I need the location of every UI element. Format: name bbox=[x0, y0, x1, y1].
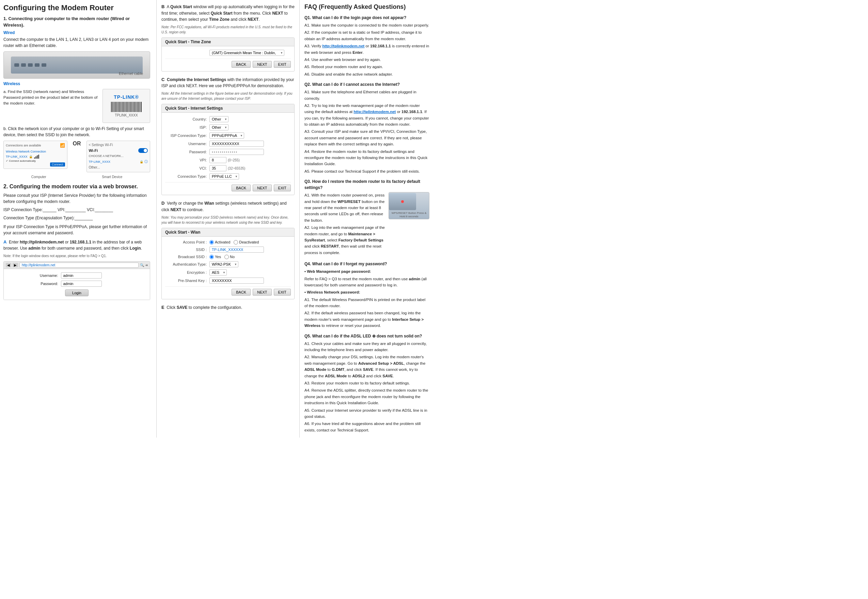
back-btn-b[interactable]: BACK bbox=[232, 61, 251, 68]
lock-icon: 🔒 bbox=[29, 155, 33, 158]
encryption-label: Encryption : bbox=[165, 270, 209, 274]
vpi-input[interactable] bbox=[209, 157, 226, 163]
connect-button[interactable]: Connect bbox=[50, 163, 65, 167]
tp-link-xxxx-smart: TP-LINK_XXXX bbox=[89, 160, 111, 164]
step1-heading: 1. Connecting your computer to the modem… bbox=[3, 16, 150, 28]
activated-radio[interactable] bbox=[209, 240, 214, 244]
q1-a5: A5. Reboot your modem router and try aga… bbox=[304, 64, 429, 70]
wireless-label: Wireless bbox=[3, 81, 20, 86]
exit-btn-d[interactable]: EXIT bbox=[274, 289, 291, 296]
step-b-block: B A Quick Start window will pop up autom… bbox=[161, 3, 295, 72]
ethernet-cable-label: Ethernet cable bbox=[119, 72, 143, 75]
isp-info: ISP Connection Type:______ VPI:_________… bbox=[3, 207, 150, 221]
broadcast-no-label[interactable]: No bbox=[224, 255, 235, 259]
back-btn-c[interactable]: BACK bbox=[232, 185, 251, 191]
q1-a6: A6. Disable and enable the active networ… bbox=[304, 71, 429, 77]
encryption-select[interactable]: AES bbox=[209, 269, 227, 275]
activated-label[interactable]: Activated bbox=[209, 240, 230, 244]
step-c-block: C Complete the Internet Settings with th… bbox=[161, 76, 295, 196]
wifi-toggle[interactable] bbox=[138, 148, 148, 153]
password-row: Password: bbox=[35, 281, 120, 287]
router-port bbox=[42, 63, 46, 67]
info-icon-smart: ⓘ bbox=[144, 160, 148, 164]
encryption-row: Encryption : AES bbox=[165, 269, 291, 275]
broadcast-yes-label[interactable]: Yes bbox=[209, 255, 221, 259]
deactivated-label[interactable]: Deactivated bbox=[233, 240, 259, 244]
vci-input[interactable] bbox=[209, 165, 226, 171]
isp-row: ISP: Other bbox=[165, 124, 291, 131]
wireless-b: b. Click the network icon of your comput… bbox=[3, 126, 150, 138]
broadcast-yes-radio[interactable] bbox=[209, 255, 214, 259]
page-title: Configuring the Modem Router bbox=[3, 3, 150, 12]
browser-content: Username: Password: Login bbox=[4, 269, 150, 300]
step-a-note: Note: If the login window does not appea… bbox=[3, 253, 150, 259]
password-input[interactable] bbox=[61, 281, 102, 287]
login-button[interactable]: Login bbox=[65, 289, 89, 296]
username-label: Username: bbox=[35, 274, 58, 277]
browser-forward-btn[interactable]: ▶ bbox=[13, 263, 18, 267]
main-page: Configuring the Modem Router 1. Connecti… bbox=[0, 0, 434, 438]
qs-internet-title: Quick Start - Internet Settings bbox=[162, 104, 294, 113]
broadcast-no-radio[interactable] bbox=[224, 255, 229, 259]
browser-url[interactable]: http://tplinkmodem.net bbox=[20, 263, 138, 268]
access-point-row: Access Point : Activated Deactivated bbox=[165, 240, 291, 244]
step-c-text: C Complete the Internet Settings with th… bbox=[161, 76, 295, 89]
pre-shared-input[interactable] bbox=[209, 277, 264, 284]
username-input[interactable] bbox=[61, 272, 102, 278]
router-port bbox=[28, 63, 33, 67]
timezone-select[interactable]: (GMT) Greenwich Mean Time : Dublin, Edin… bbox=[209, 50, 284, 56]
qs-d-btn-row: BACK NEXT EXIT bbox=[165, 286, 291, 296]
tp-link-logo: TP-LINK® bbox=[114, 94, 139, 100]
step2-heading: 2. Configuring the modem router via a we… bbox=[3, 184, 150, 190]
conn-type-select[interactable]: PPPoE LLC bbox=[209, 173, 239, 179]
q3-img-label: WPS/RESET Button Press & Hold 8 seconds bbox=[389, 211, 429, 219]
exit-btn-c[interactable]: EXIT bbox=[274, 185, 291, 191]
pre-shared-row: Pre-Shared Key : bbox=[165, 277, 291, 284]
isp-conn-select[interactable]: PPPoE/PPPoA bbox=[209, 132, 244, 138]
broadcast-row: Broadcast SSID : Yes No bbox=[165, 255, 291, 259]
back-btn-d[interactable]: BACK bbox=[232, 289, 251, 296]
settings-label: < Settings Wi-Fi bbox=[89, 143, 113, 147]
next-btn-d[interactable]: NEXT bbox=[253, 289, 271, 296]
ssid-input[interactable] bbox=[209, 247, 264, 253]
country-label: Country: bbox=[165, 117, 209, 121]
isp-select[interactable]: Other bbox=[209, 124, 229, 131]
barcode bbox=[111, 102, 141, 112]
pc-network-screen: Connections are available 📶 Wireless Net… bbox=[3, 141, 68, 169]
password-c-input[interactable] bbox=[209, 149, 264, 155]
step-c-note: Note: All the Internet settings in the f… bbox=[161, 91, 295, 101]
connect-auto: ✓ Connect automatically bbox=[6, 160, 36, 163]
q5-question: Q5. What can I do if the ADSL LED ⊕ does… bbox=[304, 333, 429, 339]
vci-row: VCI: (32~65535) bbox=[165, 165, 291, 171]
other-item[interactable]: Other... bbox=[89, 165, 148, 170]
username-c-input[interactable] bbox=[209, 141, 264, 147]
q5-a3: A3. Restore your modem router to its fac… bbox=[304, 380, 429, 386]
wireless-network-conn[interactable]: Wireless Network Connection bbox=[6, 149, 65, 154]
router-image: Ethernet cable bbox=[3, 51, 150, 79]
exit-btn-b[interactable]: EXIT bbox=[274, 61, 291, 68]
username-c-label: Username: bbox=[165, 141, 209, 146]
step-b-note: Note: Per FCC regulations, all Wi-Fi pro… bbox=[161, 24, 295, 35]
conn-type-row: Connection Type: PPPoE LLC bbox=[165, 173, 291, 179]
qs-internet-panel: Quick Start - Internet Settings Country:… bbox=[161, 104, 295, 195]
browser-back-btn[interactable]: ◀ bbox=[6, 263, 11, 267]
q2-a5: A5. Please contact our Technical Support… bbox=[304, 168, 429, 175]
q3-a2: A2. Log into the web management page of … bbox=[304, 224, 385, 256]
step2-desc: Please consult your ISP (Internet Servic… bbox=[3, 193, 150, 205]
q4-web-label: • Web Management page password: bbox=[304, 268, 429, 274]
faq-title: FAQ (Frequently Asked Questions) bbox=[304, 3, 429, 11]
tp-link-xxxx-pc[interactable]: TP-LINK_XXXX bbox=[6, 155, 28, 158]
next-btn-c[interactable]: NEXT bbox=[253, 185, 271, 191]
next-btn-b[interactable]: NEXT bbox=[253, 61, 271, 68]
step-d-block: D Verify or change the Wlan settings (wi… bbox=[161, 200, 295, 300]
auth-type-select[interactable]: WPA2-PSK bbox=[209, 261, 238, 267]
deactivated-radio[interactable] bbox=[233, 240, 238, 244]
wired-desc: Connect the computer to the LAN 1, LAN 2… bbox=[3, 36, 150, 49]
tp-link-smart-item[interactable]: TP-LINK_XXXX 🔒 ⓘ bbox=[89, 159, 148, 165]
q2-a2: A2. Try to log into the web management p… bbox=[304, 102, 429, 128]
country-select[interactable]: Other bbox=[209, 116, 229, 122]
qs-c-btn-row: BACK NEXT EXIT bbox=[165, 182, 291, 191]
vpi-range: (0~255) bbox=[228, 158, 240, 162]
connections-avail: Connections are available bbox=[6, 144, 41, 147]
step-d-text: D Verify or change the Wlan settings (wi… bbox=[161, 200, 295, 213]
